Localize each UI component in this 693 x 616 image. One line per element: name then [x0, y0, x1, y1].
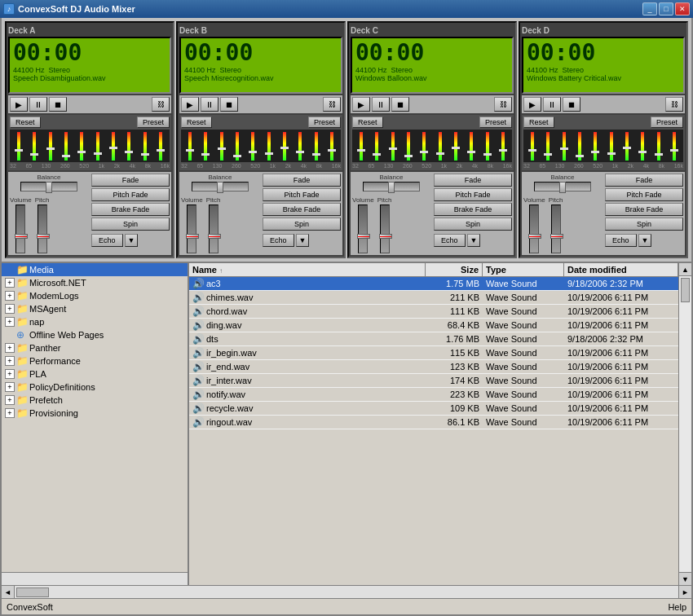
reset-button-2[interactable]: Reset — [352, 117, 383, 128]
eq-handle-9[interactable] — [670, 149, 678, 152]
spin-button-0[interactable]: Spin — [91, 218, 170, 231]
tree-expander[interactable]: + — [5, 304, 15, 314]
spin-button-1[interactable]: Spin — [263, 218, 341, 231]
tree-item[interactable]: + 📁 ModemLogs — [2, 289, 188, 302]
table-row[interactable]: 🔊 dts 1.76 MB Wave Sound 9/18/2006 2:32 … — [189, 332, 678, 346]
balance-handle-0[interactable] — [46, 182, 52, 193]
volume-handle-1[interactable] — [186, 234, 199, 239]
tree-item[interactable]: + 📁 Provisioning — [2, 407, 188, 420]
eq-handle-4[interactable] — [420, 151, 428, 153]
balance-slider-1[interactable] — [192, 182, 249, 191]
eq-bar-container-3[interactable] — [401, 132, 416, 161]
play-button-3[interactable]: ▶ — [523, 97, 541, 112]
eq-bar-container-5[interactable] — [261, 132, 276, 161]
tree-expander[interactable]: + — [5, 408, 15, 418]
pitch-fade-button-3[interactable]: Pitch Fade — [605, 188, 683, 201]
tree-item[interactable]: + 📁 MSAgent — [2, 302, 188, 315]
tree-expander[interactable]: + — [5, 278, 15, 288]
reset-button-0[interactable]: Reset — [10, 117, 41, 128]
pause-button-1[interactable]: ⏸ — [201, 97, 218, 112]
spin-button-2[interactable]: Spin — [434, 218, 512, 231]
play-button-1[interactable]: ▶ — [181, 97, 199, 112]
table-row[interactable]: 🔊 ir_begin.wav 115 KB Wave Sound 10/19/2… — [189, 346, 678, 360]
file-scrollbar[interactable]: ▲ ▼ — [678, 263, 691, 585]
col-header-size[interactable]: Size — [426, 263, 483, 276]
maximize-button[interactable]: □ — [659, 2, 673, 15]
tree-expander[interactable]: + — [5, 291, 15, 301]
eq-bar-container-7[interactable] — [635, 132, 650, 161]
eq-bar-container-7[interactable] — [464, 132, 479, 161]
eq-handle-3[interactable] — [576, 155, 584, 157]
brake-fade-button-2[interactable]: Brake Fade — [434, 203, 512, 216]
eq-handle-8[interactable] — [141, 153, 149, 156]
eq-bar-container-4[interactable] — [417, 132, 431, 161]
brake-fade-button-1[interactable]: Brake Fade — [263, 203, 341, 216]
bottom-scrollbar[interactable]: ◄ ► — [2, 585, 691, 598]
balance-slider-2[interactable] — [363, 182, 420, 191]
eq-handle-7[interactable] — [638, 151, 647, 153]
eq-bar-container-8[interactable] — [137, 132, 152, 161]
volume-handle-3[interactable] — [528, 234, 541, 239]
balance-slider-0[interactable] — [20, 182, 77, 191]
link-button-0[interactable]: ⛓ — [152, 97, 170, 112]
eq-bar-container-6[interactable] — [448, 132, 463, 161]
eq-handle-0[interactable] — [186, 149, 194, 152]
pitch-handle-1[interactable] — [208, 234, 221, 239]
scroll-up-button[interactable]: ▲ — [679, 263, 691, 276]
eq-bar-container-2[interactable] — [214, 132, 229, 161]
tree-expander[interactable]: + — [5, 317, 15, 327]
fade-button-1[interactable]: Fade — [263, 174, 341, 187]
eq-bar-container-0[interactable] — [11, 132, 26, 161]
eq-bar-container-9[interactable] — [153, 132, 168, 161]
eq-bar-container-3[interactable] — [572, 132, 587, 161]
eq-bar-container-9[interactable] — [496, 132, 510, 161]
tree-item[interactable]: + 📁 Prefetch — [2, 394, 188, 407]
eq-bar-container-1[interactable] — [541, 132, 555, 161]
tree-expander[interactable]: + — [5, 369, 15, 379]
table-row[interactable]: 🔊 ding.wav 68.4 KB Wave Sound 10/19/2006… — [189, 319, 678, 332]
echo-button-1[interactable]: Echo — [263, 234, 294, 247]
table-row[interactable]: 🔊 ac3 1.75 MB Wave Sound 9/18/2006 2:32 … — [189, 277, 678, 291]
eq-handle-0[interactable] — [357, 149, 365, 152]
fade-button-3[interactable]: Fade — [605, 174, 683, 187]
echo-button-0[interactable]: Echo — [91, 234, 123, 247]
tree-expander[interactable]: + — [5, 343, 15, 353]
eq-bar-container-0[interactable] — [183, 132, 197, 161]
eq-handle-6[interactable] — [109, 147, 117, 149]
tree-content[interactable]: 📁 Media + 📁 Microsoft.NET + 📁 ModemLogs … — [2, 263, 188, 572]
volume-slider-3[interactable] — [529, 205, 539, 253]
eq-bar-container-4[interactable] — [588, 132, 603, 161]
tree-item[interactable]: + 📁 Microsoft.NET — [2, 276, 188, 289]
eq-handle-5[interactable] — [436, 152, 444, 155]
eq-bar-container-0[interactable] — [354, 132, 369, 161]
eq-bar-container-6[interactable] — [620, 132, 634, 161]
fade-button-0[interactable]: Fade — [91, 174, 170, 187]
eq-handle-3[interactable] — [62, 155, 70, 157]
stop-button-2[interactable]: ⏹ — [391, 97, 409, 112]
fade-button-2[interactable]: Fade — [434, 174, 512, 187]
tree-item[interactable]: + 📁 Performance — [2, 354, 188, 367]
tree-item[interactable]: + 📁 nap — [2, 315, 188, 328]
scroll-left-button[interactable]: ◄ — [2, 586, 15, 599]
eq-bar-container-1[interactable] — [198, 132, 213, 161]
eq-bar-container-1[interactable] — [369, 132, 384, 161]
eq-handle-5[interactable] — [94, 152, 102, 155]
eq-handle-6[interactable] — [452, 147, 460, 149]
balance-slider-3[interactable] — [534, 182, 591, 191]
close-button[interactable]: ✕ — [675, 2, 690, 15]
spin-button-3[interactable]: Spin — [605, 218, 683, 231]
preset-button-3[interactable]: Preset — [651, 117, 683, 128]
tree-item[interactable]: + 📁 Panther — [2, 341, 188, 354]
tree-expander[interactable]: + — [5, 395, 15, 405]
balance-handle-3[interactable] — [559, 182, 566, 193]
preset-button-1[interactable]: Preset — [308, 117, 341, 128]
link-button-2[interactable]: ⛓ — [494, 97, 512, 112]
tree-item[interactable]: ⊕ Offline Web Pages — [2, 328, 188, 341]
eq-handle-5[interactable] — [607, 152, 616, 155]
eq-handle-8[interactable] — [655, 153, 663, 156]
pitch-fade-button-2[interactable]: Pitch Fade — [434, 188, 512, 201]
pitch-slider-1[interactable] — [209, 205, 218, 253]
echo-arrow-2[interactable]: ▼ — [467, 234, 481, 247]
scroll-down-button[interactable]: ▼ — [679, 572, 691, 585]
eq-handle-4[interactable] — [591, 151, 599, 153]
